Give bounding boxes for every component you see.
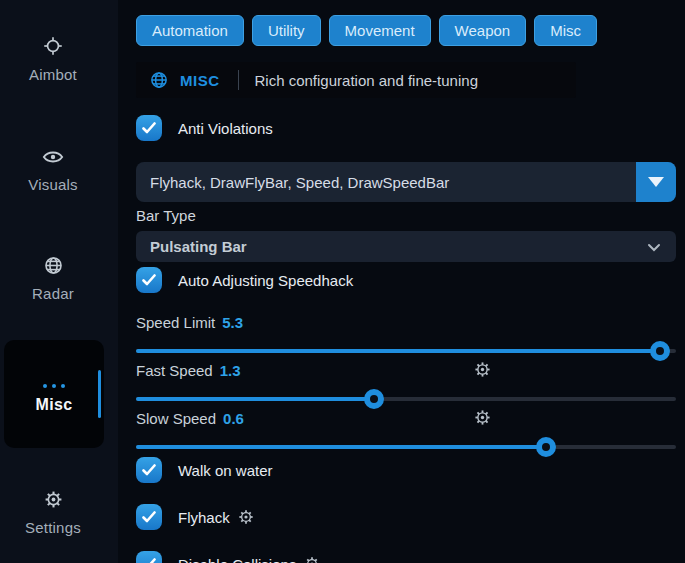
anti-violations-checkbox[interactable] <box>136 115 162 141</box>
section-title: MISC <box>180 72 220 89</box>
checkbox-label: Walk on water <box>178 462 272 479</box>
slider-thumb[interactable] <box>536 437 556 457</box>
speed-limit-slider[interactable] <box>136 341 676 361</box>
bar-type-select[interactable]: Pulsating Bar <box>136 231 676 262</box>
checkbox-label: Anti Violations <box>178 120 273 137</box>
sidebar-item-aimbot[interactable]: Aimbot <box>0 36 106 83</box>
check-icon <box>142 511 156 523</box>
sidebar-item-label: Misc <box>4 396 104 414</box>
multiselect-value: Flyhack, DrawFlyBar, Speed, DrawSpeedBar <box>136 174 449 191</box>
check-icon <box>142 558 156 563</box>
flyhack-row: Flyhack <box>136 504 676 530</box>
globe-icon <box>150 71 168 89</box>
slider-track-fill <box>136 397 374 401</box>
sidebar-item-label: Visuals <box>0 176 106 193</box>
globe-icon <box>44 256 63 279</box>
check-icon <box>142 122 156 134</box>
gear-icon[interactable] <box>238 509 254 525</box>
section-header: MISC Rich configuration and fine-tuning <box>136 62 576 98</box>
disable-collisions-checkbox[interactable] <box>136 551 162 563</box>
select-value: Pulsating Bar <box>150 238 247 255</box>
sidebar-item-label: Settings <box>0 519 106 536</box>
slider-track-fill <box>136 349 660 353</box>
disable-collisions-row: Disable Collisions <box>136 551 676 563</box>
slider-track-fill <box>136 445 546 449</box>
flyhack-checkbox[interactable] <box>136 504 162 530</box>
slider-thumb[interactable] <box>650 341 670 361</box>
main-panel: Automation Utility Movement Weapon Misc … <box>118 0 685 563</box>
checkbox-label: Auto Adjusting Speedhack <box>178 272 353 289</box>
sidebar-item-radar[interactable]: Radar <box>0 256 106 302</box>
speed-limit-slider-row: Speed Limit 5.3 <box>136 313 676 361</box>
sidebar-item-settings[interactable]: Settings <box>0 490 106 536</box>
gear-icon[interactable] <box>474 361 491 378</box>
tab-movement[interactable]: Movement <box>329 15 431 46</box>
bar-type-label: Bar Type <box>136 207 676 225</box>
divider <box>238 70 239 90</box>
tab-utility[interactable]: Utility <box>252 15 321 46</box>
slow-speed-slider-row: Slow Speed 0.6 <box>136 409 676 457</box>
gear-icon[interactable] <box>474 409 491 426</box>
triangle-down-icon <box>648 177 664 187</box>
walk-on-water-checkbox[interactable] <box>136 457 162 483</box>
anti-violations-row: Anti Violations <box>136 115 676 141</box>
eye-icon <box>42 148 64 170</box>
gear-icon <box>44 490 63 513</box>
slow-speed-slider[interactable] <box>136 437 676 457</box>
multiselect-dropdown-button[interactable] <box>636 162 676 202</box>
sidebar-item-label: Radar <box>0 285 106 302</box>
slider-value: 1.3 <box>220 362 241 379</box>
sidebar: Aimbot Visuals Radar Misc Settings <box>0 0 118 563</box>
check-icon <box>142 464 156 476</box>
tab-automation[interactable]: Automation <box>136 15 244 46</box>
gear-icon[interactable] <box>304 556 320 563</box>
auto-adjusting-row: Auto Adjusting Speedhack <box>136 267 676 293</box>
tab-weapon[interactable]: Weapon <box>439 15 527 46</box>
ellipsis-icon <box>4 376 104 394</box>
section-subtitle: Rich configuration and fine-tuning <box>255 72 478 89</box>
crosshair-icon <box>43 36 63 60</box>
slider-thumb[interactable] <box>364 389 384 409</box>
slider-label: Speed Limit <box>136 314 215 331</box>
sidebar-item-label: Aimbot <box>0 66 106 83</box>
sidebar-item-visuals[interactable]: Visuals <box>0 148 106 193</box>
slider-label: Slow Speed <box>136 410 216 427</box>
slider-label: Fast Speed <box>136 362 213 379</box>
tab-bar: Automation Utility Movement Weapon Misc <box>136 15 676 46</box>
check-icon <box>142 274 156 286</box>
fast-speed-slider[interactable] <box>136 389 676 409</box>
fast-speed-slider-row: Fast Speed 1.3 <box>136 361 676 409</box>
slider-value: 5.3 <box>222 314 243 331</box>
checkbox-label: Disable Collisions <box>178 556 296 563</box>
auto-adjusting-checkbox[interactable] <box>136 267 162 293</box>
tab-misc[interactable]: Misc <box>534 15 597 46</box>
chevron-down-icon <box>646 239 662 255</box>
sidebar-item-misc-selected[interactable]: Misc <box>4 340 104 448</box>
checkbox-label: Flyhack <box>178 509 230 526</box>
bar-multiselect[interactable]: Flyhack, DrawFlyBar, Speed, DrawSpeedBar <box>136 162 676 202</box>
selection-accent-bar <box>98 370 101 418</box>
slider-value: 0.6 <box>223 410 244 427</box>
walk-on-water-row: Walk on water <box>136 457 676 483</box>
